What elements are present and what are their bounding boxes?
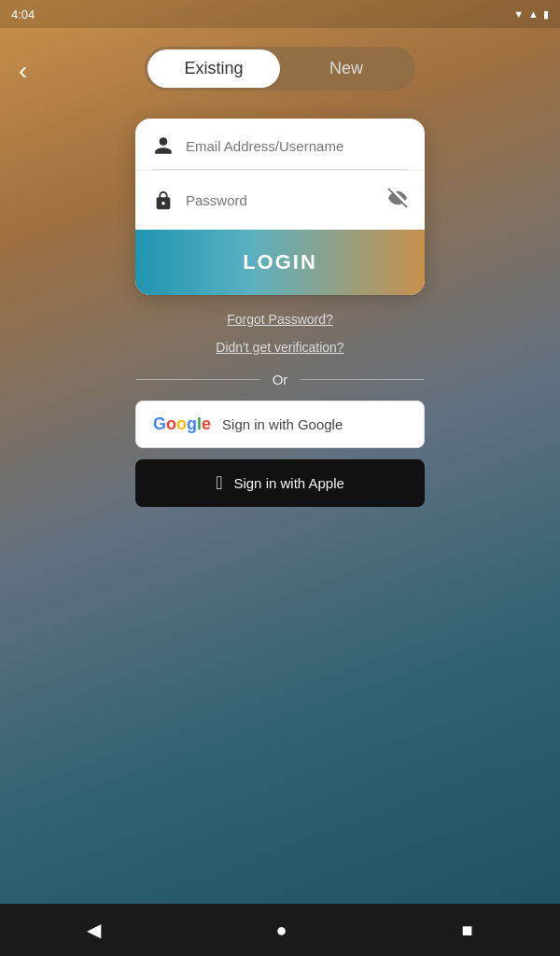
signal-icon: ▲ [528,8,539,20]
back-button[interactable]: ‹ [19,56,27,86]
nav-home-button[interactable]: ● [247,910,315,950]
eye-toggle-icon[interactable] [387,188,408,213]
or-text: Or [273,372,288,387]
tab-toggle: Existing New [145,47,415,91]
nav-back-button[interactable]: ◀ [59,909,129,950]
verification-link[interactable]: Didn't get verification? [216,340,343,355]
tab-new[interactable]: New [280,49,413,88]
nav-recents-button[interactable]: ■ [433,910,500,950]
login-card: LOGIN [135,119,425,295]
apple-icon:  [216,472,222,494]
password-input[interactable] [186,192,376,208]
email-row [152,135,408,169]
apple-signin-button[interactable]:  Sign in with Apple [135,459,425,507]
apple-signin-label: Sign in with Apple [233,475,343,491]
lock-icon [152,190,175,211]
person-icon [152,135,175,156]
password-row [135,170,425,230]
status-icons: ▼ ▲ ▮ [513,8,549,21]
battery-icon: ▮ [543,8,549,21]
or-divider: Or [135,372,425,387]
or-line-right [301,379,425,380]
email-input-group [135,119,425,169]
google-signin-label: Sign in with Google [222,416,343,432]
or-line-left [135,379,259,380]
main-content: Existing New [0,28,560,507]
tab-existing[interactable]: Existing [147,49,280,88]
forgot-password-link[interactable]: Forgot Password? [227,312,333,327]
status-time: 4:04 [11,7,35,21]
email-input[interactable] [186,138,408,154]
google-icon: Google [153,415,211,434]
google-signin-button[interactable]: Google Sign in with Google [135,401,425,448]
status-bar: 4:04 ▼ ▲ ▮ [0,0,560,28]
nav-bar: ◀ ● ■ [0,904,560,956]
wifi-icon: ▼ [513,8,524,20]
login-button[interactable]: LOGIN [135,230,425,295]
